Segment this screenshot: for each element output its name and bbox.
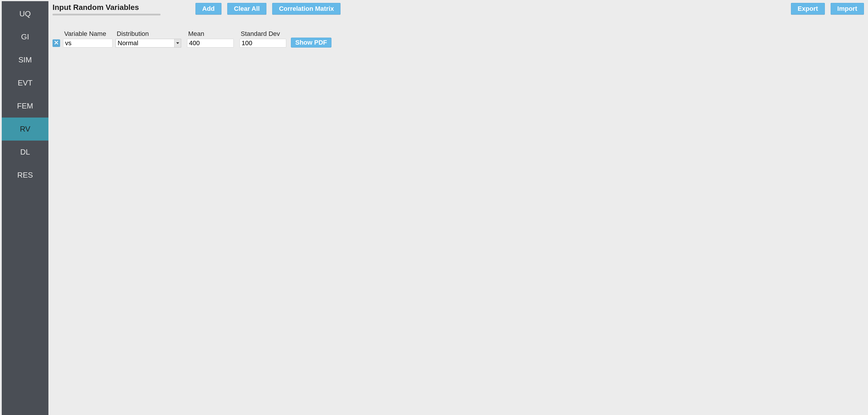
- distribution-select-wrapper: [116, 39, 181, 47]
- distribution-select[interactable]: [116, 39, 181, 47]
- export-button[interactable]: Export: [791, 3, 825, 14]
- variable-row: Variable Name Distribution Mean Standard…: [53, 30, 864, 47]
- sidebar-item-res[interactable]: RES: [2, 164, 49, 187]
- mean-group: Mean: [187, 30, 234, 47]
- distribution-group: Distribution: [116, 30, 181, 47]
- sidebar-item-evt[interactable]: EVT: [2, 71, 49, 95]
- correlation-matrix-button[interactable]: Correlation Matrix: [272, 3, 340, 14]
- mean-label: Mean: [187, 30, 234, 38]
- std-group: Standard Dev: [240, 30, 286, 47]
- sidebar-item-rv[interactable]: RV: [2, 118, 49, 140]
- header-row: Input Random Variables Add Clear All Cor…: [53, 3, 864, 15]
- variable-name-group: Variable Name: [63, 30, 113, 47]
- add-button[interactable]: Add: [195, 3, 221, 14]
- show-pdf-button[interactable]: Show PDF: [291, 38, 332, 47]
- close-icon: [54, 40, 58, 46]
- title-underline: [53, 14, 160, 15]
- remove-variable-button[interactable]: [53, 39, 60, 47]
- sidebar-item-uq[interactable]: UQ: [2, 2, 49, 25]
- sidebar: UQ GI SIM EVT FEM RV DL RES: [2, 1, 49, 415]
- standard-dev-label: Standard Dev: [240, 30, 286, 38]
- sidebar-item-dl[interactable]: DL: [2, 140, 49, 164]
- import-button[interactable]: Import: [831, 3, 864, 14]
- sidebar-item-fem[interactable]: FEM: [2, 95, 49, 118]
- main-panel: Input Random Variables Add Clear All Cor…: [49, 0, 868, 415]
- variable-name-label: Variable Name: [63, 30, 113, 38]
- variable-name-input[interactable]: [63, 39, 113, 47]
- distribution-label: Distribution: [116, 30, 181, 38]
- toolbar: Add Clear All Correlation Matrix: [195, 3, 340, 14]
- page-title: Input Random Variables: [53, 3, 160, 12]
- standard-dev-input[interactable]: [240, 39, 286, 47]
- toolbar-right: Export Import: [791, 3, 864, 14]
- variables-area: Variable Name Distribution Mean Standard…: [53, 30, 864, 47]
- clear-all-button[interactable]: Clear All: [227, 3, 267, 14]
- sidebar-item-gi[interactable]: GI: [2, 25, 49, 49]
- sidebar-item-sim[interactable]: SIM: [2, 49, 49, 71]
- title-block: Input Random Variables: [53, 3, 160, 15]
- mean-input[interactable]: [187, 39, 234, 47]
